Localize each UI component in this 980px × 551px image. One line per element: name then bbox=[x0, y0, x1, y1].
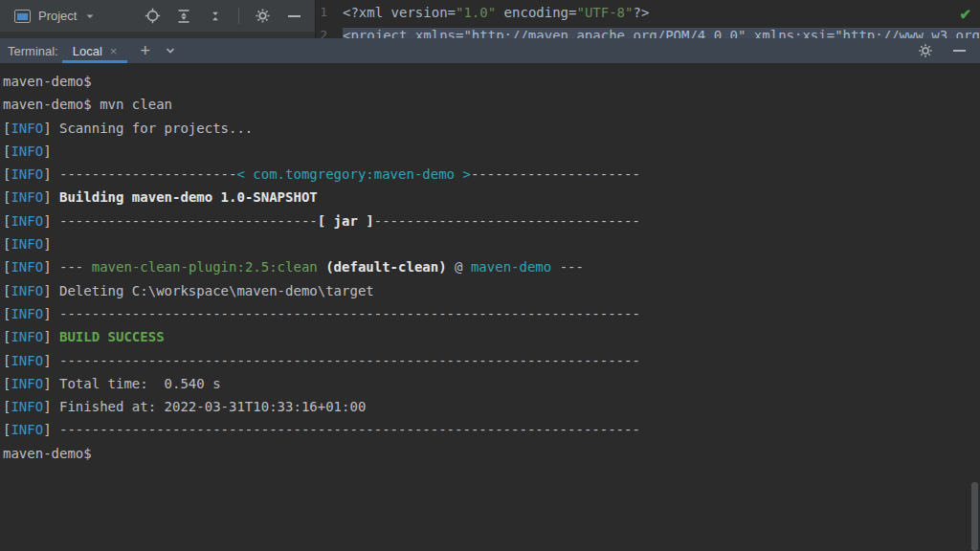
ide-window: Project bbox=[0, 0, 980, 551]
terminal-line: [INFO] --------------------------------[… bbox=[3, 209, 980, 232]
new-terminal-tab-icon[interactable]: + bbox=[140, 42, 150, 59]
terminal-line: [INFO] BUILD SUCCESS bbox=[3, 325, 980, 348]
editor-pane[interactable]: 1 <?xml version="1.0" encoding="UTF-8"?>… bbox=[316, 0, 980, 38]
collapse-all-icon[interactable] bbox=[207, 8, 224, 25]
terminal-line: [INFO] ----------------------< com.tomgr… bbox=[3, 163, 980, 186]
project-toolbar: Project bbox=[0, 0, 315, 32]
terminal-output[interactable]: maven-demo$maven-demo$ mvn clean[INFO] S… bbox=[0, 63, 980, 551]
hide-tool-window-icon[interactable] bbox=[285, 8, 302, 25]
inspections-ok-icon[interactable]: ✔ bbox=[959, 6, 971, 23]
terminal-line: [INFO] bbox=[3, 140, 980, 163]
settings-gear-icon[interactable] bbox=[254, 8, 271, 25]
terminal-line: maven-demo$ mvn clean bbox=[3, 93, 980, 116]
close-tab-icon[interactable]: × bbox=[110, 44, 118, 58]
terminal-line: maven-demo$ bbox=[3, 70, 980, 93]
project-label: Project bbox=[38, 9, 77, 23]
terminal-scrollbar[interactable] bbox=[971, 482, 978, 551]
terminal-header: Terminal: Local × + bbox=[0, 38, 980, 63]
terminal-line: [INFO] Building maven-demo 1.0-SNAPSHOT bbox=[3, 186, 980, 209]
chevron-down-icon bbox=[84, 11, 96, 22]
project-tool-window-icon bbox=[14, 10, 31, 23]
terminal-line: [INFO] Finished at: 2022-03-31T10:33:16+… bbox=[3, 395, 980, 418]
editor-line: 2 <project xmlns="http://maven.apache.or… bbox=[316, 24, 980, 38]
terminal-header-actions bbox=[917, 42, 968, 59]
terminal-line: [INFO] Deleting C:\workspace\maven-demo\… bbox=[3, 279, 980, 302]
toolbar-divider bbox=[238, 8, 239, 24]
project-toolbar-actions bbox=[144, 8, 302, 25]
locate-icon[interactable] bbox=[144, 8, 161, 25]
line-number: 2 bbox=[316, 24, 343, 38]
editor-code: <project xmlns="http://maven.apache.org/… bbox=[343, 24, 980, 38]
terminal-line: [INFO] Scanning for projects... bbox=[3, 117, 980, 140]
editor-code: <?xml version="1.0" encoding="UTF-8"?> bbox=[343, 1, 649, 24]
editor-line: 1 <?xml version="1.0" encoding="UTF-8"?> bbox=[316, 1, 649, 24]
expand-all-icon[interactable] bbox=[175, 8, 192, 25]
chevron-down-icon[interactable] bbox=[164, 44, 177, 57]
terminal-line: [INFO] ---------------------------------… bbox=[3, 349, 980, 372]
terminal-line: [INFO] bbox=[3, 232, 980, 255]
terminal-line: maven-demo$ bbox=[3, 442, 980, 465]
terminal-panel-label: Terminal: bbox=[8, 44, 58, 58]
line-number: 1 bbox=[316, 1, 343, 24]
terminal-tab-local[interactable]: Local × bbox=[62, 38, 128, 63]
project-panel-strip bbox=[0, 32, 315, 38]
terminal-line: [INFO] --- maven-clean-plugin:2.5:clean … bbox=[3, 255, 980, 278]
project-view-selector[interactable]: Project bbox=[14, 9, 96, 23]
terminal-line: [INFO] Total time: 0.540 s bbox=[3, 372, 980, 395]
terminal-line: [INFO] ---------------------------------… bbox=[3, 302, 980, 325]
terminal-line: [INFO] ---------------------------------… bbox=[3, 418, 980, 441]
settings-gear-icon[interactable] bbox=[917, 42, 934, 59]
hide-terminal-icon[interactable] bbox=[950, 42, 968, 59]
